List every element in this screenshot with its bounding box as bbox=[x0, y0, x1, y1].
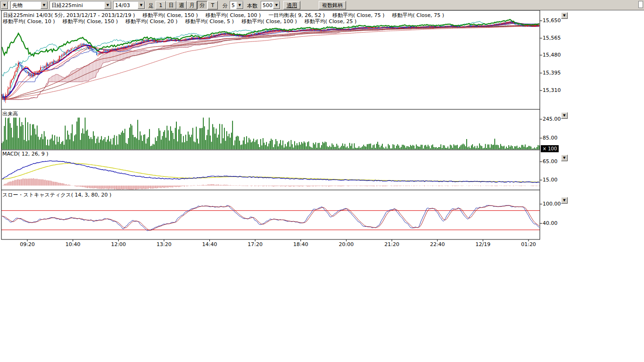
ichimoku-cloud bbox=[2, 24, 539, 100]
volume-panel-label: 出来高 bbox=[2, 110, 18, 117]
bar-type-label: 足 bbox=[149, 2, 154, 9]
multi-symbol-button[interactable]: 複数銘柄 bbox=[319, 1, 346, 9]
symbol-select-value: 日経225mini bbox=[50, 2, 104, 9]
apply-button[interactable]: 適用 bbox=[283, 1, 300, 9]
timeframe-button[interactable]: 月 bbox=[187, 1, 197, 9]
minute-input[interactable]: 5 ▼ bbox=[230, 1, 244, 9]
legend-item: 移動平均( Close, 20 ) bbox=[125, 18, 178, 25]
timeframe-button[interactable]: 1 bbox=[156, 1, 166, 9]
bar-count-value: 500 bbox=[261, 2, 273, 8]
bar-count-input[interactable]: 500 ▼ bbox=[261, 1, 281, 9]
toolbar: ▼ 先物 ▼ 日経225mini ▼ 14/03 ▼ 足 1日週月分T 分 5 … bbox=[0, 0, 644, 10]
chevron-down-icon: ▼ bbox=[273, 1, 280, 9]
minute-label: 分 bbox=[223, 2, 228, 9]
legend-item: 移動平均( Close, 100 ) bbox=[241, 18, 297, 25]
volume-multiplier-badge: × 100 bbox=[541, 145, 559, 152]
chevron-down-icon: ▼ bbox=[104, 1, 111, 9]
symbol-select[interactable]: 日経225mini ▼ bbox=[50, 1, 112, 9]
market-select-value: 先物 bbox=[11, 2, 41, 9]
chevron-down-icon: ▼ bbox=[138, 1, 145, 9]
timeframe-button[interactable]: T bbox=[207, 1, 218, 9]
legend-item: 移動平均( Close, 150 ) bbox=[63, 18, 118, 25]
legend-row-2: 移動平均( Close, 10 )移動平均( Close, 150 )移動平均(… bbox=[3, 18, 356, 25]
bar-count-label: 本数 bbox=[247, 2, 257, 9]
chevron-down-icon: ▼ bbox=[41, 1, 48, 9]
chevron-down-icon: ▼ bbox=[236, 1, 243, 9]
toolbar-corner-box bbox=[638, 1, 643, 8]
ma-20-line bbox=[2, 23, 539, 98]
stoch-scale-dropdown[interactable]: ▼ bbox=[561, 197, 568, 204]
ma-25-line bbox=[2, 24, 539, 99]
chevron-down-icon: ▼ bbox=[1, 1, 8, 9]
timeframe-button[interactable]: 分 bbox=[197, 1, 207, 9]
ma-100-line bbox=[2, 25, 539, 99]
timeframe-button[interactable]: 日 bbox=[166, 1, 176, 9]
legend-item: 移動平均( Close, 25 ) bbox=[305, 18, 357, 25]
macd-panel-label: MACD( 12, 26, 9 ) bbox=[2, 151, 49, 157]
chart-application: 15,65015,56515,48015,39515,310245.0085.0… bbox=[0, 0, 644, 362]
price-scale-dropdown[interactable]: ▼ bbox=[561, 12, 568, 19]
macd-line bbox=[2, 161, 539, 182]
category-select[interactable]: ▼ bbox=[0, 1, 9, 9]
contract-month-select[interactable]: 14/03 ▼ bbox=[113, 1, 145, 9]
market-select[interactable]: 先物 ▼ bbox=[10, 1, 48, 9]
chart-canvas[interactable] bbox=[0, 0, 644, 362]
contract-month-value: 14/03 bbox=[114, 2, 138, 8]
stoch-panel-label: スロー・ストキャスティクス( 14, 3, 80, 20 ) bbox=[2, 191, 111, 198]
stoch-k-line bbox=[2, 206, 539, 231]
volume-scale-dropdown[interactable]: ▼ bbox=[561, 112, 568, 119]
volume-bars bbox=[2, 118, 539, 149]
legend-item: 移動平均( Close, 10 ) bbox=[3, 18, 55, 25]
macd-scale-dropdown[interactable]: ▼ bbox=[561, 155, 568, 161]
legend-item: 移動平均( Close, 5 ) bbox=[185, 18, 234, 25]
ma-5-line bbox=[2, 22, 539, 97]
timeframe-buttons: 1日週月分T bbox=[156, 1, 218, 9]
candles-up bbox=[2, 21, 539, 100]
minute-value: 5 bbox=[230, 2, 236, 8]
legend-item: 移動平均( Close, 75 ) bbox=[392, 12, 445, 19]
timeframe-button[interactable]: 週 bbox=[176, 1, 187, 9]
